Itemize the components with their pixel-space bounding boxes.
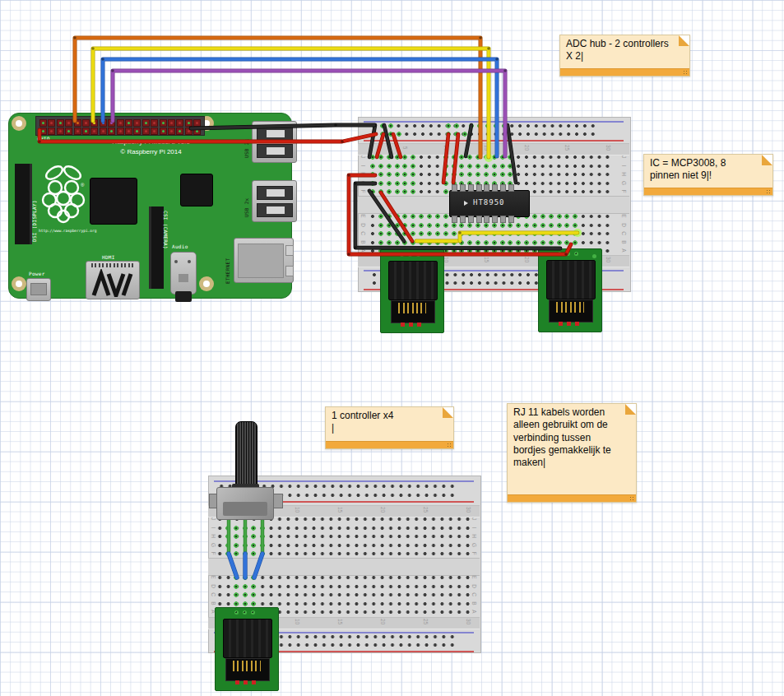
- gpio-pin[interactable]: [65, 119, 72, 127]
- gpio-pin[interactable]: [133, 119, 141, 127]
- note-rj11[interactable]: RJ 11 kabels worden alleen gebruikt om d…: [507, 403, 637, 503]
- connected-hole: [492, 248, 497, 253]
- gpio-pin[interactable]: [90, 119, 98, 127]
- gpio-pin[interactable]: [74, 119, 81, 127]
- gpio-pin[interactable]: [39, 119, 47, 127]
- gpio-pin[interactable]: [57, 128, 64, 135]
- breadboard-row-label: G: [621, 179, 627, 187]
- note-mcp3008[interactable]: IC = MCP3008, 8 pinnen niet 9|!: [643, 154, 773, 196]
- gpio-pin[interactable]: [108, 119, 115, 127]
- connected-hole: [476, 240, 480, 245]
- rj11-pad-red: [575, 322, 579, 326]
- gpio-pin[interactable]: [100, 128, 107, 135]
- connected-hole: [234, 543, 239, 548]
- breadboard-row-label: I: [471, 524, 477, 531]
- gpio-pin[interactable]: [142, 119, 150, 127]
- connected-hole: [427, 214, 432, 219]
- gpio-pin[interactable]: [133, 128, 141, 135]
- gpio-header[interactable]: [35, 116, 205, 136]
- connected-hole: [395, 155, 400, 160]
- connected-hole: [476, 248, 480, 253]
- note-bar[interactable]: [560, 68, 689, 76]
- connected-hole: [557, 231, 562, 236]
- note-text[interactable]: RJ 11 kabels worden alleen gebruikt om d…: [513, 406, 623, 470]
- ic-mcp3008[interactable]: HT8950: [449, 190, 530, 217]
- connected-hole: [443, 189, 448, 194]
- gpio-pin[interactable]: [82, 119, 90, 127]
- gpio-pin[interactable]: [185, 128, 193, 135]
- note-text[interactable]: IC = MCP3008, 8 pinnen niet 9|!: [650, 157, 759, 183]
- gpio-pin[interactable]: [142, 128, 150, 135]
- note-resize-grip[interactable]: [766, 189, 771, 194]
- potentiometer-shaft[interactable]: [235, 421, 257, 492]
- gpio-pin[interactable]: [176, 128, 183, 135]
- note-bar[interactable]: [644, 188, 772, 195]
- gpio-pin[interactable]: [168, 119, 175, 127]
- ic-pin: [500, 184, 506, 192]
- gpio-pin[interactable]: [151, 128, 158, 135]
- breadboard-row-label: E: [471, 573, 477, 581]
- gpio-pin[interactable]: [48, 128, 55, 135]
- connected-hole: [443, 231, 448, 236]
- connected-hole: [564, 240, 569, 245]
- gpio-pin[interactable]: [82, 128, 90, 135]
- note-resize-grip[interactable]: [683, 70, 688, 75]
- gpio-pin[interactable]: [193, 119, 201, 127]
- breadboard-row-label: D: [211, 582, 216, 590]
- gpio-pin[interactable]: [90, 128, 98, 135]
- pi-silkscreen-url: http://www.raspberrypi.org: [39, 229, 96, 233]
- gpio-pin[interactable]: [185, 119, 193, 127]
- connected-hole: [435, 231, 440, 236]
- gpio-pin[interactable]: [108, 128, 115, 135]
- raspberry-pi-board[interactable]: GPIO Raspberry Pi Model 2 v1.1 © Raspber…: [8, 113, 292, 299]
- mounting-hole: [12, 276, 26, 291]
- gpio-pin[interactable]: [39, 128, 47, 135]
- note-adc-hub[interactable]: ADC hub - 2 controllers X 2|: [559, 35, 690, 77]
- connected-hole: [234, 534, 239, 539]
- gpio-pin[interactable]: [117, 128, 124, 135]
- gpio-pin[interactable]: [160, 128, 167, 135]
- connected-hole: [508, 164, 513, 169]
- gpio-pin[interactable]: [100, 119, 107, 127]
- connected-hole: [427, 231, 432, 236]
- rj11-breakout-board[interactable]: [380, 249, 444, 333]
- connected-hole: [446, 132, 451, 137]
- gpio-pin[interactable]: [117, 119, 124, 127]
- gpio-pin[interactable]: [160, 119, 167, 127]
- rj11-breakout-board[interactable]: [538, 248, 602, 332]
- breadboard-row-label: F: [621, 188, 627, 195]
- gpio-pin[interactable]: [48, 119, 55, 127]
- note-bar[interactable]: [326, 441, 453, 448]
- connected-hole: [395, 172, 400, 177]
- breadboard-column-label: 20: [524, 256, 530, 263]
- note-controller[interactable]: 1 controller x4 |: [325, 406, 454, 449]
- connected-hole: [378, 240, 383, 245]
- gpio-pin[interactable]: [168, 128, 175, 135]
- gpio-pin[interactable]: [125, 119, 132, 127]
- breadboard-row-label: H: [471, 532, 477, 540]
- gpio-pin[interactable]: [65, 128, 72, 135]
- note-bar[interactable]: [508, 494, 636, 502]
- breadboard-row-label: I: [621, 162, 627, 169]
- note-text[interactable]: ADC hub - 2 controllers X 2|: [566, 38, 676, 63]
- connected-hole: [370, 155, 375, 160]
- gpio-pin[interactable]: [125, 128, 132, 135]
- gpio-pin[interactable]: [74, 128, 81, 135]
- rj11-breakout-board[interactable]: [215, 607, 279, 691]
- gpio-pin[interactable]: [176, 119, 183, 127]
- note-text[interactable]: 1 controller x4 |: [332, 410, 440, 435]
- gpio-pin[interactable]: [151, 119, 158, 127]
- potentiometer-body[interactable]: [216, 487, 274, 520]
- rj11-pad-red: [252, 680, 256, 684]
- usb-port-bottom: [252, 180, 297, 222]
- csi-label: CSI (CAMERA): [163, 211, 169, 289]
- note-resize-grip[interactable]: [447, 443, 452, 448]
- connected-hole: [427, 240, 432, 245]
- note-resize-grip[interactable]: [629, 496, 634, 501]
- breadboard-rail-line: [364, 140, 624, 142]
- ethernet-port: [234, 238, 294, 283]
- gpio-pin[interactable]: [57, 119, 64, 127]
- gpio-pin[interactable]: [193, 128, 201, 135]
- connected-hole: [500, 240, 505, 245]
- connected-hole: [492, 155, 497, 160]
